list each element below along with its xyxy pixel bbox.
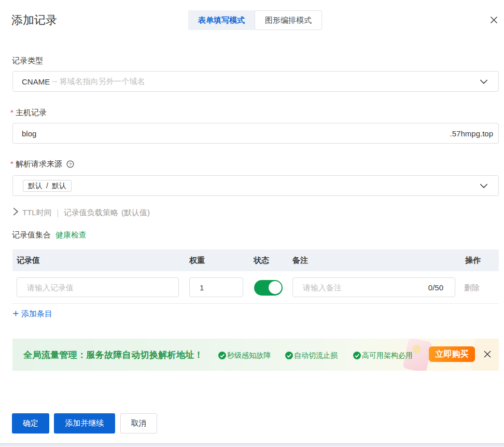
svg-text:?: ? — [69, 161, 72, 167]
